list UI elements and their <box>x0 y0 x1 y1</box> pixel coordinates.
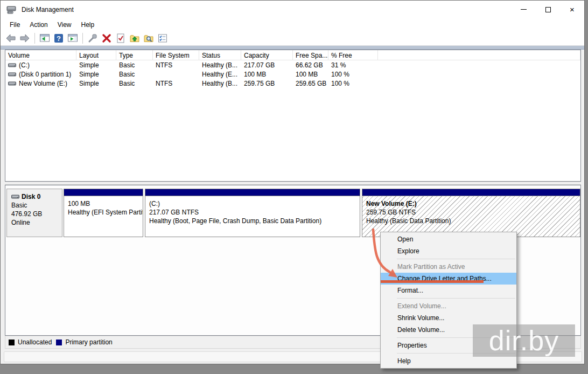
legend-primary-partition: Primary partition <box>56 338 112 346</box>
help-icon: ? <box>53 33 64 44</box>
volume-name: New Volume (E:) <box>19 80 67 87</box>
menu-bar: File Action View Help <box>1 18 584 31</box>
watermark-text: dir.by <box>489 327 559 355</box>
maximize-button[interactable] <box>536 1 560 18</box>
partition-size: 217.07 GB NTFS <box>149 208 360 217</box>
column-header-capacity[interactable]: Capacity <box>241 50 293 60</box>
menu-item-open[interactable]: Open <box>381 233 516 245</box>
volume-row-e[interactable]: New Volume (E:) Simple Basic NTFS Health… <box>5 79 580 88</box>
annotation-underline <box>381 280 484 283</box>
minimize-button[interactable] <box>512 1 536 18</box>
primary-partition-bar <box>362 189 580 196</box>
watermark-badge: dir.by <box>473 324 575 357</box>
column-header-pct-free[interactable]: % Free <box>328 50 378 60</box>
partition-c[interactable]: (C:) 217.07 GB NTFS Healthy (Boot, Page … <box>145 189 360 237</box>
cell-layout: Simple <box>76 71 116 78</box>
primary-partition-bar <box>145 189 360 196</box>
menu-separator <box>397 298 515 299</box>
disk-status: Online <box>11 218 62 227</box>
cell-layout: Simple <box>76 61 116 69</box>
drive-icon <box>8 63 16 68</box>
delete-icon <box>101 33 112 44</box>
checklist-icon <box>157 33 168 44</box>
column-header-layout[interactable]: Layout <box>76 50 116 60</box>
cell-type: Basic <box>116 61 153 69</box>
cell-pct-free: 100 % <box>328 80 378 87</box>
menu-item-format[interactable]: Format... <box>381 285 516 296</box>
delete-volume-button[interactable] <box>100 32 114 45</box>
cell-capacity: 217.07 GB <box>241 61 293 69</box>
tools-button[interactable] <box>86 32 100 45</box>
cell-free-space: 259.65 GB <box>293 80 328 87</box>
open-button[interactable] <box>128 32 142 45</box>
menu-view[interactable]: View <box>53 19 76 30</box>
toolbar-separator <box>82 33 83 44</box>
forward-button[interactable] <box>18 32 32 45</box>
drive-icon <box>8 72 16 77</box>
cell-status: Healthy (E... <box>199 71 241 78</box>
maximize-icon <box>545 7 551 12</box>
help-button[interactable]: ? <box>52 32 66 45</box>
cell-free-space: 66.62 GB <box>293 61 328 69</box>
explore-button[interactable] <box>142 32 156 45</box>
cell-capacity: 100 MB <box>241 71 293 78</box>
cell-capacity: 259.75 GB <box>241 80 293 87</box>
action-pane-icon <box>67 33 78 44</box>
menu-item-explore[interactable]: Explore <box>381 245 516 257</box>
volume-list-header: Volume Layout Type File System Status Ca… <box>5 50 580 60</box>
legend-unallocated: Unallocated <box>9 338 52 346</box>
menu-action[interactable]: Action <box>25 19 52 30</box>
cell-pct-free: 100 % <box>328 71 378 78</box>
partition-health: Healthy (Basic Data Partition) <box>366 217 580 225</box>
mark-partition-active-button[interactable] <box>114 32 128 45</box>
column-header-filler <box>378 50 580 60</box>
cell-status: Healthy (B... <box>199 61 241 69</box>
document-check-icon <box>115 33 126 44</box>
column-header-status[interactable]: Status <box>199 50 241 60</box>
forward-icon <box>19 33 30 44</box>
column-header-volume[interactable]: Volume <box>5 50 76 60</box>
unallocated-swatch <box>9 340 15 345</box>
show-console-tree-button[interactable] <box>38 32 52 45</box>
svg-text:?: ? <box>57 34 61 43</box>
volume-list-panel: Volume Layout Type File System Status Ca… <box>5 50 581 182</box>
cell-pct-free: 31 % <box>328 61 378 69</box>
back-button[interactable] <box>4 32 18 45</box>
column-header-file-system[interactable]: File System <box>153 50 199 60</box>
folder-up-arrow-icon <box>129 33 140 44</box>
cell-type: Basic <box>116 80 153 87</box>
tools-icon <box>87 33 98 44</box>
column-header-free-space[interactable]: Free Spa... <box>293 50 328 60</box>
disk-management-app-icon <box>6 5 17 14</box>
volume-row-c[interactable]: (C:) Simple Basic NTFS Healthy (B... 217… <box>5 60 580 70</box>
disk-name: Disk 0 <box>22 192 40 201</box>
menu-help[interactable]: Help <box>76 19 100 30</box>
toolbar-separator <box>34 33 35 44</box>
drive-icon <box>8 81 16 86</box>
properties-button[interactable] <box>156 32 170 45</box>
volume-name: (C:) <box>19 61 30 69</box>
cell-layout: Simple <box>76 80 116 87</box>
disk-type: Basic <box>11 201 62 210</box>
disk0-label-panel[interactable]: Disk 0 Basic 476.92 GB Online <box>6 189 62 237</box>
menu-item-shrink-volume[interactable]: Shrink Volume... <box>381 312 516 324</box>
menu-file[interactable]: File <box>5 19 25 30</box>
close-button[interactable]: × <box>560 1 584 18</box>
toolbar: ? <box>1 31 584 46</box>
partition-efi[interactable]: 100 MB Healthy (EFI System Partit <box>64 189 143 237</box>
show-action-pane-button[interactable] <box>66 32 80 45</box>
cell-type: Basic <box>116 71 153 78</box>
menu-item-help[interactable]: Help <box>381 355 516 367</box>
column-header-type[interactable]: Type <box>116 50 153 60</box>
disk-capacity: 476.92 GB <box>11 210 62 218</box>
volume-row-partition1[interactable]: (Disk 0 partition 1) Simple Basic Health… <box>5 70 580 79</box>
partition-e-selected[interactable]: New Volume (E:) 259.75 GB NTFS Healthy (… <box>362 189 580 237</box>
partition-size: 100 MB <box>68 199 143 208</box>
menu-item-mark-partition-active: Mark Partition as Active <box>381 261 516 273</box>
folder-magnifier-icon <box>143 33 154 44</box>
minimize-icon <box>521 9 527 10</box>
partition-title: (C:) <box>149 199 360 208</box>
accent-strip <box>1 46 584 50</box>
partition-health: Healthy (Boot, Page File, Crash Dump, Ba… <box>149 217 360 225</box>
cell-status: Healthy (B... <box>199 80 241 87</box>
